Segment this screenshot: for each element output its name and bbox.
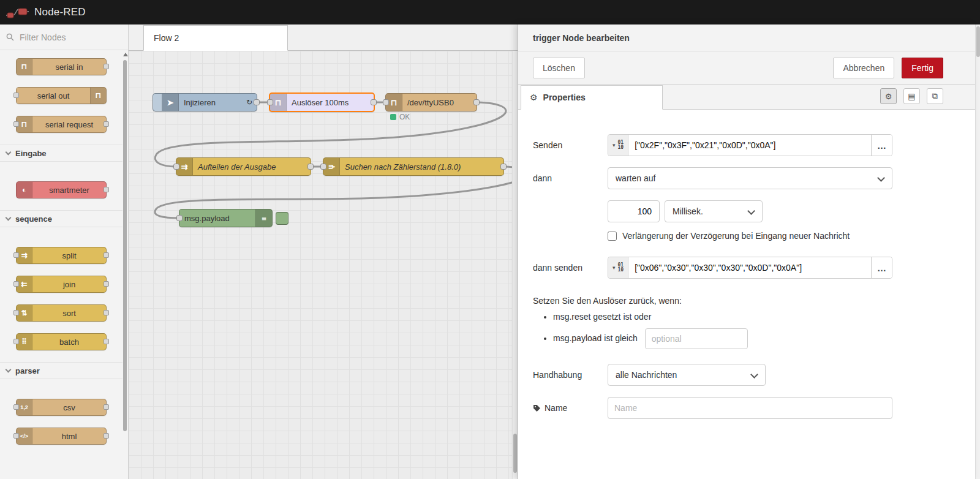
extend-delay-label: Verlängerung der Verzögerung bei Eingang… bbox=[622, 231, 850, 241]
dialog-tab-actions: ⚙ ▤ ⧉ bbox=[880, 88, 943, 109]
flow-node-serial[interactable]: ⊓ /dev/ttyUSB0 bbox=[385, 93, 477, 111]
page-scrollbar-thumb[interactable] bbox=[976, 26, 980, 57]
category-label: Eingabe bbox=[15, 149, 47, 158]
then-select[interactable]: warten auf bbox=[608, 167, 892, 189]
caret-down-icon: ▾ bbox=[612, 265, 616, 271]
binary-type-bottom: 10 bbox=[618, 268, 624, 273]
palette-node-csv[interactable]: 1,2 csv bbox=[16, 399, 107, 416]
tab-flow-2[interactable]: Flow 2 bbox=[143, 25, 288, 51]
canvas-scrollbar bbox=[512, 51, 518, 479]
debug-menu-icon: ≡ bbox=[255, 209, 272, 227]
appearance-button[interactable]: ⧉ bbox=[927, 88, 943, 104]
units-select[interactable]: Millisek. bbox=[665, 200, 763, 222]
input-port[interactable] bbox=[320, 164, 326, 170]
then-send-value[interactable]: ["0x06","0x30","0x30","0x30","0x0D","0x0… bbox=[628, 263, 871, 273]
then-send-label: dann senden bbox=[533, 263, 608, 273]
palette-filter-input[interactable] bbox=[18, 32, 110, 43]
tag-icon bbox=[533, 404, 541, 412]
send-value[interactable]: ["0x2F","0x3F","0x21","0x0D","0x0A"] bbox=[628, 140, 871, 150]
palette-node-label: serial in bbox=[32, 62, 106, 72]
scroll-up-arrow-icon[interactable] bbox=[123, 53, 128, 56]
palette-node-label: csv bbox=[32, 403, 106, 412]
inject-icon: ➤ bbox=[162, 94, 179, 111]
dialog-tabbar: ⚙ Properties ⚙ ▤ ⧉ bbox=[518, 85, 975, 110]
palette-node-serial-out[interactable]: ⊓ serial out bbox=[16, 87, 107, 104]
gear-icon: ⚙ bbox=[530, 92, 538, 102]
input-port[interactable] bbox=[176, 215, 183, 221]
output-port[interactable] bbox=[473, 99, 480, 105]
name-label: Name bbox=[533, 403, 608, 413]
output-port[interactable] bbox=[254, 99, 260, 105]
flow-node-split[interactable]: ⇉ Aufteilen der Ausgabe bbox=[176, 157, 311, 176]
name-input[interactable] bbox=[608, 397, 892, 419]
input-port bbox=[13, 404, 19, 410]
palette-node-join[interactable]: ⇇ join bbox=[16, 276, 107, 293]
chevron-down-icon bbox=[6, 215, 12, 221]
binary-type-bottom: 10 bbox=[618, 145, 624, 150]
output-port[interactable] bbox=[371, 99, 377, 105]
palette-node-split[interactable]: ⇉ split bbox=[16, 247, 107, 264]
flow-node-inject[interactable]: ➤ Injizieren ↻ bbox=[153, 93, 257, 111]
reset-bullet-1: msg.reset gesetzt ist oder bbox=[553, 312, 960, 322]
palette-category-parser[interactable]: parser bbox=[0, 362, 123, 379]
palette-scrollbar-thumb[interactable] bbox=[123, 60, 127, 431]
palette-node-label: serial request bbox=[32, 120, 106, 129]
duration-input[interactable] bbox=[608, 200, 660, 222]
binary-type-icon: 01 10 bbox=[618, 140, 624, 150]
flow-wires bbox=[129, 51, 512, 479]
input-port[interactable] bbox=[383, 99, 389, 105]
dialog-title: trigger Node bearbeiten bbox=[518, 25, 975, 51]
palette-node-serial-request[interactable]: ⊓ serial request bbox=[16, 116, 107, 133]
palette-category-sequence[interactable]: sequence bbox=[0, 210, 123, 227]
handling-select[interactable]: alle Nachrichten bbox=[608, 364, 766, 386]
palette-node-batch[interactable]: ⠿ batch bbox=[16, 333, 107, 350]
output-port[interactable] bbox=[307, 164, 314, 170]
palette-category-eingabe[interactable]: Eingabe bbox=[0, 145, 123, 162]
workspace: Flow 2 ➤ Injizieren ↻ bbox=[129, 25, 518, 479]
palette-node-serial-in[interactable]: ⊓ serial in bbox=[16, 58, 107, 75]
send-label: Senden bbox=[533, 140, 608, 150]
document-icon: ▤ bbox=[908, 92, 915, 101]
palette-body: ⊓ serial in ⊓ serial out ⊓ serial reques… bbox=[0, 51, 123, 479]
output-port bbox=[104, 64, 109, 69]
palette-node-html[interactable]: </> html bbox=[16, 428, 107, 445]
extend-delay-checkbox[interactable] bbox=[608, 232, 617, 241]
node-label: Injizieren bbox=[179, 98, 246, 107]
palette-node-sort[interactable]: ⇅ sort bbox=[16, 304, 107, 322]
debug-toggle-button[interactable] bbox=[276, 212, 288, 225]
canvas-scrollbar-thumb[interactable] bbox=[513, 434, 517, 473]
flow-canvas[interactable]: ➤ Injizieren ↻ ⊓ Auslöser 100ms ⊓ /dev/t… bbox=[129, 51, 512, 479]
send-expand-button[interactable]: … bbox=[871, 135, 892, 156]
flow-node-debug[interactable]: msg.payload ≡ bbox=[179, 209, 273, 227]
input-port[interactable] bbox=[267, 99, 273, 105]
name-label-text: Name bbox=[545, 403, 567, 413]
then-send-typed-input: ▾ 01 10 ["0x06","0x30","0x30","0x30","0x… bbox=[608, 257, 892, 279]
flow-node-switch[interactable]: ⋔ Suchen nach Zählerstand (1.8.0) bbox=[323, 157, 504, 176]
output-port bbox=[104, 404, 109, 410]
input-port[interactable] bbox=[173, 164, 179, 170]
node-label: Auslöser 100ms bbox=[287, 98, 374, 107]
edit-properties-button[interactable]: ⚙ bbox=[880, 88, 897, 104]
input-port bbox=[13, 121, 19, 127]
reset-bullet-2: msg.payload ist gleich bbox=[553, 328, 960, 349]
delete-button[interactable]: Löschen bbox=[533, 58, 585, 78]
then-send-type-button[interactable]: ▾ 01 10 bbox=[608, 257, 628, 278]
then-send-expand-button[interactable]: … bbox=[871, 257, 892, 278]
done-button[interactable]: Fertig bbox=[902, 58, 943, 78]
tab-properties[interactable]: ⚙ Properties bbox=[521, 85, 663, 110]
palette: ⊓ serial in ⊓ serial out ⊓ serial reques… bbox=[0, 25, 129, 479]
then-label: dann bbox=[533, 173, 608, 183]
output-port[interactable] bbox=[500, 164, 507, 170]
node-red-logo bbox=[6, 4, 29, 20]
description-button[interactable]: ▤ bbox=[903, 88, 920, 104]
reset-info: Setzen Sie den Auslöser zurück, wenn: ms… bbox=[533, 296, 960, 349]
output-port bbox=[104, 310, 109, 315]
reset-intro: Setzen Sie den Auslöser zurück, wenn: bbox=[533, 296, 960, 306]
cancel-button[interactable]: Abbrechen bbox=[833, 58, 894, 78]
inject-button[interactable] bbox=[153, 94, 162, 111]
palette-node-smartmeter[interactable]: ◐ smartmeter bbox=[16, 181, 107, 198]
palette-node-label: smartmeter bbox=[32, 186, 106, 195]
flow-node-trigger[interactable]: ⊓ Auslöser 100ms bbox=[269, 92, 375, 112]
reset-payload-input[interactable] bbox=[645, 328, 748, 349]
send-type-button[interactable]: ▾ 01 10 bbox=[608, 135, 628, 156]
